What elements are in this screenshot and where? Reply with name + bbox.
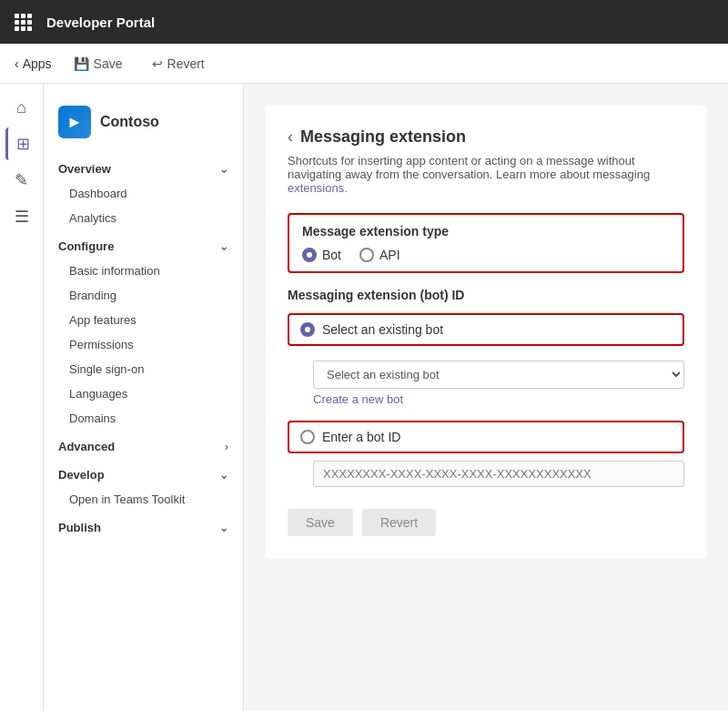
sidebar-section-publish[interactable]: Publish ⌄ <box>44 512 243 540</box>
develop-section-label: Develop <box>58 468 105 482</box>
message-extension-type-radio-group: Bot API <box>302 248 670 262</box>
sidebar-item-branding[interactable]: Branding <box>44 283 243 308</box>
apps-back-label: Apps <box>23 56 52 71</box>
panel-header: ‹ Messaging extension <box>288 127 684 147</box>
overview-section-label: Overview <box>58 162 111 176</box>
advanced-section-label: Advanced <box>58 440 115 453</box>
publish-section-label: Publish <box>58 521 101 534</box>
bot-radio-label: Bot <box>322 248 341 262</box>
advanced-chevron-icon: › <box>225 441 228 453</box>
api-radio-label: API <box>379 248 400 262</box>
sidebar-section-configure[interactable]: Configure ⌄ <box>44 230 243 259</box>
sidebar: ► Contoso Overview ⌄ Dashboard Analytics… <box>44 84 244 711</box>
sidebar-item-dashboard[interactable]: Dashboard <box>44 181 243 206</box>
sidebar-item-teams-toolkit[interactable]: Open in Teams Toolkit <box>44 487 243 512</box>
api-radio-circle <box>359 248 374 262</box>
enter-bot-id-label: Enter a bot ID <box>322 430 400 444</box>
bot-id-section-label: Messaging extension (bot) ID <box>288 288 684 302</box>
revert-icon: ↩ <box>152 56 163 71</box>
sidebar-section-advanced[interactable]: Advanced › <box>44 431 243 459</box>
configure-chevron-icon: ⌄ <box>219 240 228 253</box>
message-extension-type-label: Message extension type <box>302 224 670 239</box>
app-title: Developer Portal <box>46 15 155 30</box>
panel-title: Messaging extension <box>300 127 466 147</box>
publish-chevron-icon: ⌄ <box>219 522 228 534</box>
apps-grid-icon[interactable] <box>15 14 32 31</box>
bot-radio-circle <box>302 248 317 262</box>
sidebar-item-basic-information[interactable]: Basic information <box>44 259 243 283</box>
sidebar-item-single-sign-on[interactable]: Single sign-on <box>44 357 243 381</box>
sidebar-item-languages[interactable]: Languages <box>44 381 243 406</box>
sidebar-item-app-features[interactable]: App features <box>44 308 243 332</box>
revert-button[interactable]: ↩ Revert <box>145 53 212 75</box>
save-button[interactable]: 💾 Save <box>66 53 130 75</box>
sidebar-item-domains[interactable]: Domains <box>44 406 243 431</box>
extensions-link[interactable]: extensions. <box>288 181 348 195</box>
enter-bot-id-radio[interactable]: Enter a bot ID <box>288 421 684 453</box>
enter-bot-id-radio-circle <box>300 430 315 444</box>
back-to-apps-button[interactable]: ‹ Apps <box>15 56 52 71</box>
overview-chevron-icon: ⌄ <box>219 163 228 176</box>
toolbar: ‹ Apps 💾 Save ↩ Revert <box>0 44 728 84</box>
sidebar-section-overview[interactable]: Overview ⌄ <box>44 153 243 181</box>
sidebar-section-develop[interactable]: Develop ⌄ <box>44 459 243 487</box>
bot-radio-option[interactable]: Bot <box>302 248 341 262</box>
nav-home-icon[interactable]: ⌂ <box>5 91 38 124</box>
brand-name: Contoso <box>100 114 159 130</box>
configure-section-label: Configure <box>58 239 114 253</box>
select-bot-dropdown[interactable]: Select an existing bot <box>313 361 684 389</box>
panel-revert-button[interactable]: Revert <box>362 509 436 536</box>
panel-description: Shortcuts for inserting app content or a… <box>288 154 684 195</box>
message-extension-type-section: Message extension type Bot API <box>288 213 684 273</box>
back-chevron-icon: ‹ <box>15 56 19 71</box>
nav-edit-icon[interactable]: ✎ <box>5 164 38 197</box>
footer-buttons: Save Revert <box>288 509 684 536</box>
nav-doc-icon[interactable]: ☰ <box>5 200 38 233</box>
save-label: Save <box>94 56 123 71</box>
icon-nav: ⌂ ⊞ ✎ ☰ <box>0 84 44 711</box>
bot-id-input[interactable] <box>313 461 684 487</box>
create-new-bot-link[interactable]: Create a new bot <box>313 392 684 406</box>
sidebar-brand: ► Contoso <box>44 98 243 153</box>
nav-apps-icon[interactable]: ⊞ <box>5 127 38 160</box>
select-existing-bot-radio[interactable]: Select an existing bot <box>288 313 684 346</box>
revert-label: Revert <box>167 56 205 71</box>
api-radio-option[interactable]: API <box>359 248 400 262</box>
main-layout: ⌂ ⊞ ✎ ☰ ► Contoso Overview ⌄ Dashboard A… <box>0 84 728 711</box>
brand-icon: ► <box>58 106 91 138</box>
sidebar-item-analytics[interactable]: Analytics <box>44 206 243 230</box>
content-area: ‹ Messaging extension Shortcuts for inse… <box>244 84 728 711</box>
save-icon: 💾 <box>74 56 89 71</box>
panel-back-icon[interactable]: ‹ <box>288 127 293 147</box>
sidebar-item-permissions[interactable]: Permissions <box>44 332 243 357</box>
messaging-extension-panel: ‹ Messaging extension Shortcuts for inse… <box>266 106 706 558</box>
panel-save-button[interactable]: Save <box>288 509 353 536</box>
select-existing-bot-label: Select an existing bot <box>322 322 443 337</box>
select-existing-radio-circle <box>300 322 315 337</box>
bot-id-section: Messaging extension (bot) ID Select an e… <box>288 288 684 487</box>
topbar: Developer Portal <box>0 0 728 44</box>
develop-chevron-icon: ⌄ <box>219 469 228 482</box>
